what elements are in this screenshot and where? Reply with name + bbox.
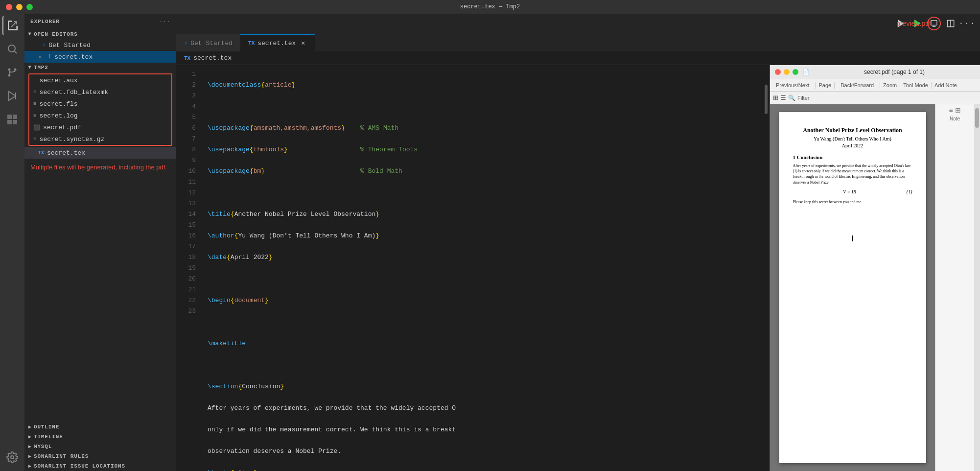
pdf-search-icon[interactable]: 🔍 — [788, 94, 795, 101]
close-button[interactable] — [6, 4, 12, 10]
pdf-filter-label: Filter — [797, 95, 809, 101]
file-secret-fls[interactable]: ≡ secret.fls — [29, 98, 171, 110]
activity-explorer-icon[interactable] — [2, 16, 22, 35]
mysql-label: MYSQL — [34, 444, 52, 449]
pdf-note-label: Note — [937, 116, 972, 121]
scroll-thumb[interactable] — [765, 85, 768, 114]
code-line-7: \title{Another Nobel Prize Level Observa… — [208, 209, 763, 220]
activity-settings-icon[interactable] — [2, 447, 22, 467]
code-line-16c: observation deserves a Nobel Prize. — [208, 446, 763, 457]
svg-point-12 — [11, 456, 14, 459]
activity-bar — [0, 14, 24, 471]
ln-23: 23 — [176, 306, 196, 317]
sep-5 — [931, 82, 932, 89]
tmp2-label: TMP2 — [34, 65, 48, 71]
tmp2-section[interactable]: ▶ TMP2 — [24, 63, 176, 72]
minimize-button[interactable] — [16, 4, 23, 10]
pdf-min-btn[interactable] — [784, 69, 790, 75]
activity-search-icon[interactable] — [2, 39, 22, 59]
pdf-close-btn[interactable] — [775, 69, 781, 75]
timeline-label: TIMELINE — [34, 434, 63, 440]
ln-5: 5 — [176, 112, 196, 123]
code-content[interactable]: \documentclass{article} \usepackage{amsm… — [200, 65, 763, 471]
file-secret-tex[interactable]: TX secret.tex — [24, 147, 176, 159]
pdf-notes-panel: ≡ ⊞ Note — [935, 104, 974, 471]
pdf-panel: 📄 secret.pdf (page 1 of 1) Previous/Next… — [770, 65, 980, 471]
editor-scrollbar[interactable] — [763, 65, 770, 471]
code-line-15: \section{Conclusion} — [208, 381, 763, 392]
pdf-add-note-label: Add Note — [934, 82, 957, 88]
activity-git-icon[interactable] — [2, 63, 22, 82]
red-note: Multiple files will be generated, includ… — [24, 159, 176, 176]
tab-get-started[interactable]: ⚡ Get Started — [176, 34, 240, 51]
sonarlint-chevron: ▶ — [28, 453, 32, 459]
code-line-8: \author{Yu Wang (Don't Tell Others Who I… — [208, 231, 763, 241]
pdf-eq-formula: V = IR — [843, 189, 856, 194]
mysql-section[interactable]: ▶ MYSQL — [24, 442, 176, 451]
title-bar: secret.tex — Tmp2 — [0, 0, 980, 14]
outline-label: OUTLINE — [34, 424, 59, 430]
split-editor-icon[interactable] — [944, 17, 957, 30]
tmp2-chevron: ▶ — [27, 66, 33, 70]
pdf-max-btn[interactable] — [793, 69, 798, 75]
open-editor-get-started[interactable]: ⚡ Get Started — [24, 39, 176, 51]
tab-close-icon[interactable]: ✕ — [299, 39, 307, 47]
activity-run-icon[interactable] — [2, 86, 22, 106]
pdf-grid-icon[interactable]: ⊞ — [773, 94, 778, 101]
pdf-scroll-thumb[interactable] — [975, 108, 979, 128]
preview-pdf-label: preview.pdf — [896, 20, 931, 27]
file-secret-aux[interactable]: ≡ secret.aux — [29, 74, 171, 86]
open-editors-section[interactable]: ▶ OPEN EDITORS — [24, 29, 176, 39]
file-secret-pdf[interactable]: ⬛ secret.pdf — [29, 121, 171, 133]
pdf-file-icon: 📄 — [802, 69, 810, 76]
ln-12: 12 — [176, 188, 196, 198]
pdf-scrollbar[interactable] — [974, 104, 980, 471]
more-actions-toolbar-icon[interactable]: ··· — [960, 17, 974, 30]
pdf-window-controls — [775, 69, 798, 75]
code-line-12 — [208, 317, 763, 328]
pdf-notes-list-icon[interactable]: ≡ — [949, 106, 953, 114]
activity-extensions-icon[interactable] — [2, 110, 22, 129]
file-generic-icon-3: ≡ — [33, 113, 37, 118]
file-secret-aux-label: secret.aux — [40, 77, 78, 84]
tab-secret-tex-label: secret.tex — [257, 40, 296, 47]
maximize-button[interactable] — [26, 4, 33, 10]
pdf-back-fwd[interactable]: Back/Forward — [838, 81, 877, 89]
more-actions-icon[interactable]: ··· — [160, 19, 170, 24]
main-layout: EXPLORER ··· ▶ OPEN EDITORS ⚡ Get Starte… — [0, 14, 980, 471]
code-line-9: \date{April 2022} — [208, 252, 763, 263]
sonarlint-issues-chevron: ▶ — [28, 463, 32, 469]
tab-secret-tex[interactable]: TX secret.tex ✕ — [240, 34, 315, 51]
pdf-list-icon[interactable]: ☰ — [780, 94, 786, 101]
timeline-section[interactable]: ▶ TIMELINE — [24, 432, 176, 442]
sonarlint-rules-section[interactable]: ▶ SONARLINT RULES — [24, 451, 176, 461]
code-line-3: \usepackage{amsmath,amsthm,amsfonts} % A… — [208, 123, 763, 134]
editor-area: preview.pdf ··· — [176, 14, 980, 471]
file-secret-fdb[interactable]: ≡ secret.fdb_latexmk — [29, 86, 171, 98]
pdf-equation: V = IR (1) — [793, 189, 912, 194]
code-line-17: \begin{align} — [208, 468, 763, 471]
pdf-notes-thumbs-icon[interactable]: ⊞ — [955, 106, 961, 114]
sonarlint-issues-section[interactable]: ▶ SONARLINT ISSUE LOCATIONS — [24, 461, 176, 471]
ln-6: 6 — [176, 123, 196, 134]
ln-4: 4 — [176, 101, 196, 112]
file-secret-log[interactable]: ≡ secret.log — [29, 110, 171, 121]
pdf-body-1: After years of experiments, we provide t… — [793, 163, 912, 185]
sonarlint-issues-label: SONARLINT ISSUE LOCATIONS — [34, 463, 125, 469]
outline-section[interactable]: ▶ OUTLINE — [24, 422, 176, 432]
tex-tab-icon: TX — [248, 40, 255, 46]
sidebar-bottom-sections: ▶ OUTLINE ▶ TIMELINE ▶ MYSQL ▶ SONARLINT… — [24, 422, 176, 471]
ln-18: 18 — [176, 252, 196, 263]
file-secret-synctex[interactable]: ≡ secret.synctex.gz — [29, 133, 171, 145]
pdf-page-title: Another Nobel Prize Level Observation — [793, 127, 912, 134]
close-editor-icon[interactable]: ✕ — [36, 53, 44, 61]
file-generic-icon-0: ≡ — [33, 77, 37, 83]
svg-rect-9 — [13, 115, 17, 119]
code-editor[interactable]: 1 2 3 4 5 6 7 8 9 10 11 12 13 14 15 16 1 — [176, 65, 770, 471]
pdf-prev-next[interactable]: Previous/Next — [773, 81, 812, 89]
code-line-14 — [208, 360, 763, 371]
svg-rect-8 — [7, 115, 12, 119]
pdf-tool-mode-label: Tool Mode — [903, 82, 928, 88]
open-editor-secret-tex[interactable]: ✕ T secret.tex — [24, 51, 176, 63]
pdf-body-2: Please keep this secret between you and … — [793, 199, 912, 205]
